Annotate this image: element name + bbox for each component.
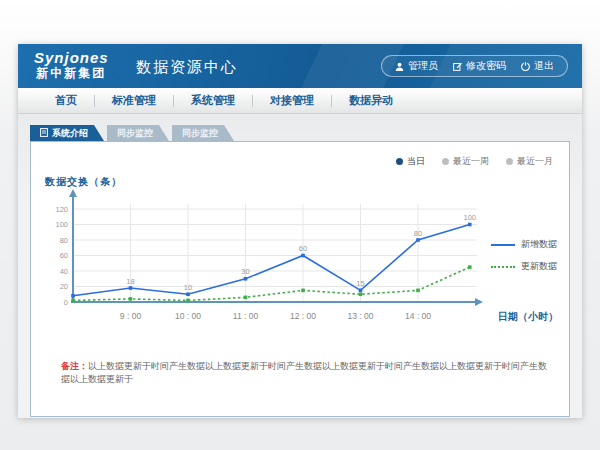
radio-label: 最近一周 [453,155,489,168]
tab-sync-monitor-2[interactable]: 同步监控 [172,125,234,141]
logo-text-en: Synjones [34,49,109,66]
svg-text:11 : 00: 11 : 00 [233,311,259,321]
nav-item-system-mgmt[interactable]: 系统管理 [174,93,252,108]
dotted-line-icon [491,266,515,268]
radio-label: 最近一月 [517,155,553,168]
svg-text:14 : 00: 14 : 00 [405,311,431,321]
nav-item-docking-mgmt[interactable]: 对接管理 [253,93,331,108]
radio-dot-icon [442,158,449,165]
legend-label: 新增数据 [521,238,557,251]
svg-text:100: 100 [463,213,476,222]
legend-label: 更新数据 [521,260,557,273]
time-range-filter: 当日 最近一周 最近一月 [396,155,553,168]
tab-bar: 系统介绍 同步监控 同步监控 [30,125,582,141]
nav-item-home[interactable]: 首页 [38,93,94,108]
legend-item-updated-data[interactable]: 更新数据 [491,260,557,273]
app-header: Synjones 新中新集团 数据资源中心 管理员 修改密码 退出 [18,44,582,88]
radio-last-week[interactable]: 最近一周 [442,155,489,168]
footnote: 备注：以上数据更新于时间产生数据以上数据更新于时间产生数据以上数据更新于时间产生… [61,360,551,386]
svg-text:80: 80 [60,236,68,245]
svg-text:0: 0 [64,298,68,307]
content-area: 系统介绍 同步监控 同步监控 当日 最近一周 [18,114,582,418]
logo-text-cn: 新中新集团 [34,66,109,81]
radio-today[interactable]: 当日 [396,155,425,168]
svg-text:10: 10 [184,283,192,292]
user-icon [395,62,404,71]
tab-label: 同步监控 [117,127,153,140]
power-icon [521,62,530,71]
solid-line-icon [491,244,515,246]
svg-text:40: 40 [60,267,68,276]
radio-last-month[interactable]: 最近一月 [506,155,553,168]
svg-text:30: 30 [241,267,249,276]
change-password-label: 修改密码 [466,59,506,73]
tab-system-intro[interactable]: 系统介绍 [30,125,104,141]
chart-legend: 新增数据 更新数据 [491,238,557,273]
svg-text:12 : 00: 12 : 00 [290,311,316,321]
nav-item-data-change[interactable]: 数据异动 [332,93,410,108]
svg-text:13 : 00: 13 : 00 [348,311,374,321]
tab-label: 同步监控 [182,127,218,140]
radio-label: 当日 [407,155,425,168]
document-icon [40,128,48,139]
svg-text:10 : 00: 10 : 00 [175,311,201,321]
tab-sync-monitor-1[interactable]: 同步监控 [107,125,169,141]
user-name-label: 管理员 [408,59,438,73]
nav-item-standard-mgmt[interactable]: 标准管理 [95,93,173,108]
svg-text:日期（小时）: 日期（小时） [498,311,558,322]
user-toolbar: 管理员 修改密码 退出 [381,55,568,77]
change-password-button[interactable]: 修改密码 [453,59,506,73]
footnote-text: 以上数据更新于时间产生数据以上数据更新于时间产生数据以上数据更新于时间产生数据以… [61,361,547,384]
footnote-label: 备注： [61,361,88,371]
svg-text:60: 60 [299,244,307,253]
svg-text:20: 20 [60,282,68,291]
page-title: 数据资源中心 [136,58,238,77]
tab-label: 系统介绍 [52,127,88,140]
logout-label: 退出 [534,59,554,73]
radio-dot-icon [396,158,403,165]
svg-text:100: 100 [55,220,68,229]
company-logo: Synjones 新中新集团 [34,49,109,81]
svg-text:80: 80 [414,229,422,238]
legend-item-new-data[interactable]: 新增数据 [491,238,557,251]
y-axis-title: 数据交换（条） [45,175,122,189]
chart-panel: 当日 最近一周 最近一月 数据交换（条） 0204060801001209 : … [30,141,570,417]
edit-icon [453,62,462,71]
logout-button[interactable]: 退出 [521,59,554,73]
app-window: Synjones 新中新集团 数据资源中心 管理员 修改密码 退出 [18,44,582,418]
main-nav: 首页 标准管理 系统管理 对接管理 数据异动 [18,88,582,114]
svg-text:60: 60 [60,251,68,260]
exchange-line-chart: 0204060801001209 : 0010 : 0011 : 0012 : … [31,188,571,353]
current-user[interactable]: 管理员 [395,59,438,73]
radio-dot-icon [506,158,513,165]
svg-text:18: 18 [126,277,134,286]
svg-text:120: 120 [55,205,68,214]
svg-text:9 : 00: 9 : 00 [120,311,142,321]
svg-text:15: 15 [356,279,364,288]
